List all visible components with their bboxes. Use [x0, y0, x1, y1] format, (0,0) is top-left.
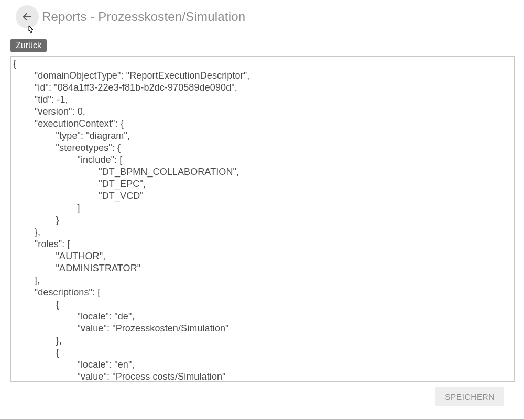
- back-tooltip: Zurück: [10, 39, 47, 52]
- arrow-left-icon: [21, 11, 33, 23]
- json-editor-textarea[interactable]: { "domainObjectType": "ReportExecutionDe…: [11, 57, 514, 381]
- header: Reports - Prozesskosten/Simulation: [0, 0, 524, 34]
- back-button[interactable]: [16, 5, 39, 28]
- json-editor-panel: { "domainObjectType": "ReportExecutionDe…: [10, 56, 515, 382]
- page-title: Reports - Prozesskosten/Simulation: [42, 9, 245, 24]
- save-button[interactable]: SPEICHERN: [435, 387, 504, 406]
- footer-actions: SPEICHERN: [10, 382, 514, 406]
- content-area: { "domainObjectType": "ReportExecutionDe…: [0, 34, 524, 417]
